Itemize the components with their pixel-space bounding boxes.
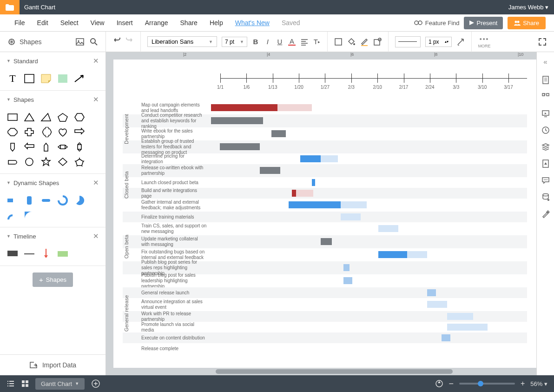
- basic-shape-11[interactable]: [23, 142, 35, 152]
- block-shape[interactable]: [57, 73, 69, 84]
- task-row[interactable]: Gather internal and external feedback; m…: [123, 199, 527, 212]
- zoom-in-icon[interactable]: +: [521, 379, 525, 388]
- dyn-donut-shape[interactable]: [57, 195, 69, 206]
- task-row[interactable]: Build and write integrations page: [123, 188, 527, 199]
- basic-shape-18[interactable]: [57, 157, 69, 167]
- tl-line-shape[interactable]: [23, 249, 35, 259]
- gantt-bar[interactable]: [343, 264, 349, 271]
- task-row[interactable]: Announce integration at sales virtual ev…: [123, 298, 527, 311]
- close-icon[interactable]: ✕: [93, 179, 99, 187]
- close-icon[interactable]: ✕: [93, 57, 99, 65]
- menu-share[interactable]: Share: [174, 19, 204, 27]
- magic-icon[interactable]: [541, 210, 550, 218]
- tl-span-shape[interactable]: [57, 249, 69, 259]
- task-row[interactable]: Launch closed product beta: [123, 177, 527, 188]
- basic-shape-7[interactable]: [40, 127, 52, 137]
- dyn-wedge-shape[interactable]: [23, 210, 35, 220]
- text-shape[interactable]: T: [7, 73, 19, 84]
- panel-dynamic-header[interactable]: ▼Dynamic Shapes✕: [0, 174, 106, 192]
- basic-shape-3[interactable]: [57, 112, 69, 122]
- menu-help[interactable]: Help: [204, 19, 229, 27]
- dyn-bar-shape[interactable]: [7, 195, 19, 206]
- shape-options-icon[interactable]: [373, 38, 382, 46]
- gantt-bar[interactable]: [427, 301, 447, 308]
- basic-shape-10[interactable]: [7, 142, 19, 152]
- panel-timeline-header[interactable]: ▼Timeline✕: [0, 227, 106, 245]
- task-row[interactable]: Publish blog post for sales leadership h…: [123, 274, 527, 287]
- task-row[interactable]: Determine pricing for integration: [123, 153, 527, 164]
- line-width-selector[interactable]: 1 px▴▾: [425, 37, 452, 47]
- task-row[interactable]: Work with PR to release partnership: [123, 311, 527, 322]
- task-row[interactable]: Promote launch via social media: [123, 322, 527, 332]
- panel-shapes-header[interactable]: ▼Shapes✕: [0, 91, 106, 108]
- arrow-icon[interactable]: [456, 38, 465, 46]
- basic-shape-12[interactable]: [40, 142, 52, 152]
- image-icon[interactable]: [76, 38, 84, 46]
- data-icon[interactable]: [541, 193, 550, 201]
- font-size-selector[interactable]: 7 pt▼: [222, 37, 247, 47]
- task-row[interactable]: Release complete: [123, 343, 527, 354]
- arrow-shape[interactable]: [73, 73, 86, 84]
- menu-insert[interactable]: Insert: [111, 19, 139, 27]
- fill-icon[interactable]: [347, 38, 356, 46]
- dyn-dash-shape[interactable]: [40, 195, 52, 206]
- chat-icon[interactable]: [541, 176, 550, 185]
- fullscreen-icon[interactable]: [538, 38, 547, 46]
- italic-icon[interactable]: I: [264, 38, 271, 46]
- gantt-bar[interactable]: [260, 167, 280, 174]
- gantt-bar[interactable]: [271, 130, 286, 137]
- gantt-bar[interactable]: [220, 143, 260, 150]
- gantt-bar[interactable]: [277, 104, 312, 111]
- font-selector[interactable]: Liberation Sans▼: [147, 36, 217, 47]
- gantt-bar[interactable]: [378, 225, 398, 232]
- page-tab[interactable]: Gantt Chart▼: [35, 378, 85, 390]
- present-button[interactable]: Present: [464, 17, 503, 29]
- zoom-out-icon[interactable]: −: [449, 379, 454, 389]
- line-style-selector[interactable]: [395, 36, 421, 47]
- presentation-icon[interactable]: [541, 109, 550, 118]
- gantt-bar[interactable]: [321, 238, 332, 245]
- task-row[interactable]: Release co-written ebook with partnershi…: [123, 164, 527, 177]
- tl-marker-shape[interactable]: [40, 249, 52, 259]
- task-row[interactable]: Execute on content distribution: [123, 332, 527, 343]
- gantt-bar[interactable]: [343, 277, 352, 284]
- redo-icon[interactable]: [125, 38, 134, 46]
- task-row[interactable]: Update marketing collateral with messagi…: [123, 235, 527, 248]
- menu-select[interactable]: Select: [54, 19, 85, 27]
- grid-view-icon[interactable]: [21, 380, 29, 387]
- basic-shape-16[interactable]: [23, 157, 35, 167]
- basic-shape-17[interactable]: [40, 157, 52, 167]
- menu-view[interactable]: View: [85, 19, 111, 27]
- add-page-icon[interactable]: [91, 379, 100, 388]
- undo-icon[interactable]: [112, 38, 121, 46]
- horizontal-scrollbar[interactable]: [113, 368, 532, 375]
- zoom-value[interactable]: 56% ▾: [530, 380, 547, 387]
- gantt-bar[interactable]: [312, 179, 315, 186]
- shape-style-icon[interactable]: [334, 38, 343, 46]
- layers-icon[interactable]: [541, 143, 550, 151]
- close-icon[interactable]: ✕: [93, 232, 99, 240]
- gantt-bar[interactable]: [442, 334, 450, 341]
- basic-shape-9[interactable]: [73, 127, 86, 137]
- text-size-icon[interactable]: T▸: [313, 38, 321, 46]
- canvas-area[interactable]: |2 |4 |6 |8 |10 1/11/61/131/201/272/32/1…: [106, 52, 536, 375]
- add-shapes-button[interactable]: +Shapes: [33, 272, 73, 287]
- share-button[interactable]: Share: [508, 17, 546, 29]
- dyn-pie-shape[interactable]: [73, 195, 86, 206]
- basic-shape-8[interactable]: [57, 127, 69, 137]
- align-icon[interactable]: [300, 38, 309, 46]
- task-row[interactable]: Finalize training materials: [123, 212, 527, 222]
- collapse-dock-icon[interactable]: «: [541, 56, 549, 67]
- dyn-arc-shape[interactable]: [7, 210, 19, 220]
- menu-whatsnew[interactable]: What's New: [229, 19, 276, 27]
- doc-title[interactable]: Gantt Chart: [20, 4, 55, 11]
- menu-file[interactable]: File: [8, 19, 31, 27]
- search-icon[interactable]: [90, 38, 98, 46]
- line-color-icon[interactable]: [360, 38, 369, 46]
- tl-block-shape[interactable]: [7, 249, 19, 259]
- list-view-icon[interactable]: [7, 380, 15, 387]
- page-icon[interactable]: [541, 76, 550, 84]
- gantt-bar[interactable]: [378, 251, 407, 258]
- text-color-icon[interactable]: A: [288, 38, 296, 46]
- note-shape[interactable]: [40, 73, 52, 84]
